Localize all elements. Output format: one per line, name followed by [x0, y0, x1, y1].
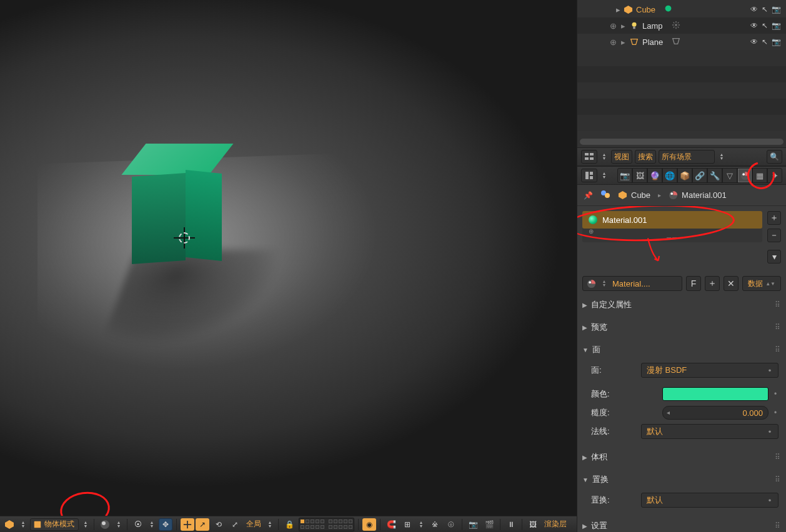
tab-particles[interactable]: ✦ — [767, 168, 782, 183]
manipulator-translate[interactable]: ↗ — [196, 518, 209, 531]
properties-editor-type-icon[interactable] — [581, 169, 597, 182]
tab-material[interactable] — [737, 168, 752, 183]
orientation-dropdown[interactable]: 全局 — [244, 518, 263, 531]
panel-settings[interactable]: ▶ 设置 ⠿ — [582, 517, 781, 532]
pause-icon[interactable]: ⏸ — [504, 518, 518, 531]
cursor-icon[interactable]: ↖ — [762, 37, 768, 46]
color-swatch[interactable] — [662, 387, 769, 401]
slot-remove-button[interactable]: － — [767, 229, 781, 242]
tab-world[interactable]: 🌐 — [662, 168, 677, 183]
tab-render-layers[interactable]: 🖼 — [632, 168, 647, 183]
manipulator-toggle[interactable] — [181, 518, 194, 531]
material-slot-noderef-icon[interactable]: ⊕ — [582, 229, 762, 234]
breadcrumb-material[interactable]: Material.001 — [669, 190, 727, 200]
node-socket-icon[interactable]: • — [772, 390, 779, 398]
grip-icon[interactable]: ⠿ — [775, 475, 781, 484]
opengl-render-icon[interactable]: 📷 — [466, 518, 480, 531]
node-socket-icon[interactable]: • — [767, 366, 773, 375]
editor-type-icon[interactable] — [2, 518, 16, 531]
outliner-tree[interactable]: ▸ Cube 👁 ↖ 📷 ⊕ ▸ Lamp — [577, 0, 786, 135]
tab-data[interactable]: ▽ — [722, 168, 737, 183]
pivot-extra[interactable]: ✥ — [159, 518, 172, 531]
slot-specials-button[interactable]: ▾ — [767, 250, 781, 264]
material-link-dropdown[interactable]: 数据 ▲▼ — [742, 276, 781, 291]
snap-element[interactable]: ⊞ — [400, 518, 414, 531]
grip-icon[interactable]: ⠿ — [775, 323, 781, 332]
node-socket-icon[interactable]: • — [767, 496, 773, 505]
camera-render-icon[interactable]: 📷 — [772, 5, 781, 14]
outliner-row-lamp[interactable]: ⊕ ▸ Lamp 👁 ↖ 📷 — [577, 17, 786, 34]
eye-icon[interactable]: 👁 — [750, 5, 758, 14]
filter-arrows[interactable]: ▲▼ — [717, 150, 726, 163]
opengl-anim-icon[interactable]: 🎬 — [482, 518, 496, 531]
grip-icon[interactable]: ⠿ — [775, 521, 781, 530]
layer-buttons[interactable] — [299, 518, 354, 531]
outliner-filter-dropdown[interactable]: 所有场景 — [659, 150, 715, 164]
panel-preview[interactable]: ▶ 预览 ⠿ — [582, 318, 781, 336]
cursor-icon[interactable]: ↖ — [762, 5, 768, 14]
outliner-editor-arrows[interactable]: ▲▼ — [600, 150, 609, 163]
outliner-row-plane[interactable]: ⊕ ▸ Plane 👁 ↖ 📷 — [577, 34, 786, 50]
node-socket-icon[interactable]: • — [767, 427, 773, 436]
eye-icon[interactable]: 👁 — [750, 37, 758, 46]
snap-toggle[interactable]: 🧲 — [384, 518, 398, 531]
tab-render[interactable]: 📷 — [617, 168, 632, 183]
tab-constraints[interactable]: 🔗 — [692, 168, 707, 183]
grip-icon[interactable]: ⠿ — [775, 345, 781, 354]
material-slot-active[interactable]: Material.001 — [582, 211, 762, 229]
pivot-dropdown[interactable]: ⦿ — [131, 518, 145, 531]
material-id-browse[interactable]: ▲▼ Material.... — [582, 276, 682, 291]
expand-icon[interactable]: ⊕ — [609, 37, 617, 47]
panel-displacement[interactable]: ▼ 置换 ⠿ — [582, 471, 781, 488]
normal-dropdown[interactable]: 默认 • — [641, 424, 779, 439]
manipulator-rotate[interactable]: ⟲ — [212, 518, 226, 531]
cursor-icon[interactable]: ↖ — [762, 21, 768, 30]
slot-resize-grip[interactable]: ══ — [582, 234, 762, 242]
tab-texture[interactable]: ▦ — [752, 168, 767, 183]
grip-icon[interactable]: ⠿ — [775, 453, 781, 461]
panel-custom-props[interactable]: ▶ 自定义属性 ⠿ — [582, 296, 781, 313]
outliner-scrollbar[interactable] — [580, 139, 784, 145]
tab-modifiers[interactable]: 🔧 — [707, 168, 722, 183]
editor-type-arrows[interactable]: ▲▼ — [19, 518, 27, 531]
outliner-search-menu[interactable]: 搜索 — [635, 150, 656, 164]
pin-icon[interactable]: 📌 — [584, 191, 593, 200]
viewport-3d[interactable]: ▲▼ 物体模式 ▲▼ ▲▼ ⦿ ▲▼ ✥ ↗ ⟲ ⤢ 全局 ▲▼ 🔒 — [0, 0, 577, 532]
new-material-button[interactable]: ＋ — [705, 276, 720, 291]
surface-shader-dropdown[interactable]: 漫射 BSDF • — [641, 363, 779, 378]
fake-user-button[interactable]: F — [686, 276, 701, 291]
mode-arrows[interactable]: ▲▼ — [81, 518, 90, 531]
outliner-editor-type-icon[interactable] — [581, 150, 597, 164]
manipulator-scale[interactable]: ⤢ — [228, 518, 242, 531]
snap-closest-icon[interactable]: ⦾ — [444, 518, 458, 531]
unlink-material-button[interactable]: ✕ — [724, 276, 739, 291]
renderlayer-dropdown[interactable]: 渲染层 — [542, 518, 569, 531]
outliner-view-menu[interactable]: 视图 — [611, 150, 632, 164]
slot-add-button[interactable]: ＋ — [767, 211, 781, 225]
mode-dropdown[interactable]: 物体模式 — [30, 518, 79, 531]
pivot-arrows[interactable]: ▲▼ — [147, 518, 156, 531]
breadcrumb-cube[interactable]: Cube — [618, 190, 650, 200]
outliner-search-icon[interactable]: 🔍 — [767, 150, 782, 164]
layers-lock-icon[interactable]: 🔒 — [282, 518, 296, 531]
tab-scene[interactable]: 🔮 — [647, 168, 662, 183]
panel-surface[interactable]: ▼ 面 ⠿ — [582, 341, 781, 358]
tab-object[interactable]: 📦 — [677, 168, 692, 183]
properties-editor-arrows[interactable]: ▲▼ — [600, 169, 609, 182]
camera-render-icon[interactable]: 📷 — [772, 37, 781, 46]
proportional-toggle[interactable]: ◉ — [362, 518, 376, 531]
displacement-dropdown[interactable]: 默认 • — [641, 493, 779, 508]
expand-icon[interactable]: ⊕ — [609, 21, 617, 31]
shading-dropdown[interactable] — [98, 518, 112, 531]
orientation-arrows[interactable]: ▲▼ — [266, 518, 274, 531]
grip-icon[interactable]: ⠿ — [775, 300, 781, 309]
panel-volume[interactable]: ▶ 体积 ⠿ — [582, 448, 781, 466]
renderlayer-icon[interactable]: 🖼 — [526, 518, 540, 531]
camera-render-icon[interactable]: 📷 — [772, 21, 781, 30]
snap-target-icon[interactable]: ※ — [428, 518, 442, 531]
outliner-row-cube[interactable]: ▸ Cube 👁 ↖ 📷 — [577, 1, 786, 17]
shading-arrows[interactable]: ▲▼ — [114, 518, 123, 531]
node-socket-icon[interactable]: • — [772, 408, 779, 417]
expand-icon[interactable]: ▸ — [614, 5, 622, 14]
roughness-field[interactable]: 0.000 — [662, 406, 769, 420]
